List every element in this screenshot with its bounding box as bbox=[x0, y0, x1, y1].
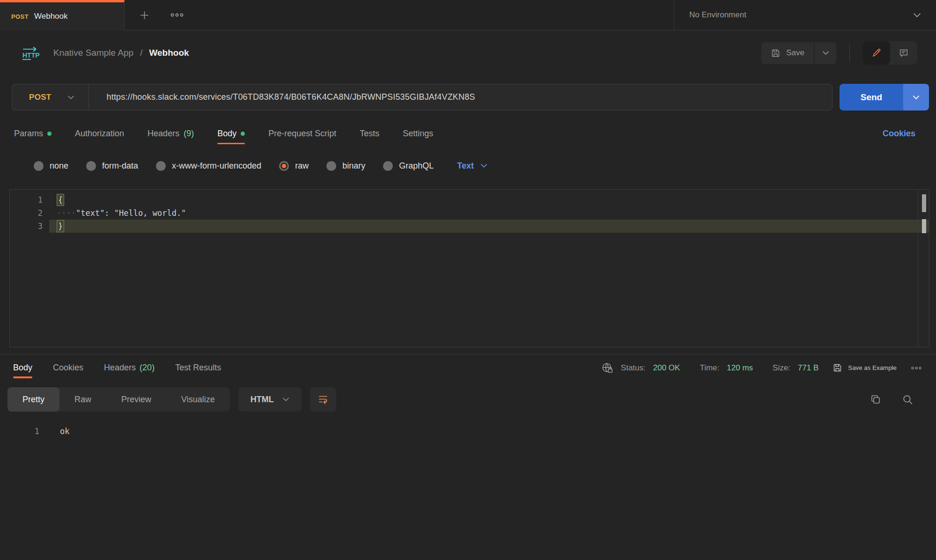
send-options-button[interactable] bbox=[903, 84, 929, 111]
scrollbar-mark bbox=[922, 219, 926, 233]
url-input[interactable]: https://hooks.slack.com/services/T06TD83… bbox=[89, 92, 475, 102]
save-split-button: Save bbox=[761, 42, 836, 64]
format-selector[interactable]: HTML bbox=[238, 387, 302, 412]
editor-line[interactable]: 2 ····"text": "Hello, world." bbox=[10, 206, 929, 220]
chevron-down-icon bbox=[67, 95, 74, 100]
body-indicator-dot bbox=[241, 132, 245, 136]
whitespace-dots: ···· bbox=[57, 208, 76, 218]
radio-form-data[interactable]: form-data bbox=[86, 161, 138, 171]
save-icon bbox=[771, 48, 781, 58]
response-text: ok bbox=[60, 425, 69, 438]
method-value: POST bbox=[29, 93, 52, 102]
plus-icon bbox=[139, 9, 150, 21]
view-mode-switch: Pretty Raw Preview Visualize bbox=[7, 387, 230, 412]
tab-options-button[interactable] bbox=[170, 13, 184, 17]
wrap-lines-button[interactable] bbox=[310, 387, 336, 412]
response-header: Body Cookies Headers (20) Test Results S… bbox=[0, 354, 936, 381]
edit-documentation-button[interactable] bbox=[863, 41, 890, 65]
radio-binary[interactable]: binary bbox=[326, 161, 365, 171]
request-url-row: POST https://hooks.slack.com/services/T0… bbox=[12, 84, 929, 111]
line-content: ····"text": "Hello, world." bbox=[49, 206, 929, 220]
view-raw[interactable]: Raw bbox=[59, 387, 106, 412]
view-pretty[interactable]: Pretty bbox=[7, 387, 59, 412]
search-icon bbox=[902, 394, 914, 405]
comments-button[interactable] bbox=[890, 41, 917, 65]
copy-response-button[interactable] bbox=[870, 394, 881, 405]
view-visualize[interactable]: Visualize bbox=[166, 387, 230, 412]
size-label: Size: bbox=[773, 363, 790, 373]
response-options-button[interactable] bbox=[911, 366, 922, 370]
environment-selector[interactable]: No Environment bbox=[674, 0, 936, 30]
tab-tests[interactable]: Tests bbox=[360, 123, 379, 144]
request-tabs: Params Authorization Headers (9) Body Pr… bbox=[14, 123, 433, 144]
response-headers-count: (20) bbox=[140, 363, 155, 373]
line-number: 1 bbox=[10, 193, 43, 206]
tab-method-badge: POST bbox=[11, 13, 29, 20]
radio-none[interactable]: none bbox=[34, 161, 68, 171]
status-value: 200 OK bbox=[653, 363, 680, 373]
tab-bar: POST Webhook No Environment bbox=[0, 0, 936, 30]
tab-body[interactable]: Body bbox=[217, 123, 245, 144]
breadcrumb-collection[interactable]: Knative Sample App bbox=[53, 48, 133, 58]
search-response-button[interactable] bbox=[902, 394, 914, 405]
environment-value: No Environment bbox=[689, 10, 746, 20]
breadcrumb: HTTP Knative Sample App / Webhook bbox=[21, 45, 189, 60]
save-button[interactable]: Save bbox=[761, 42, 814, 64]
wrap-text-icon bbox=[317, 394, 329, 405]
code-text: "text": "Hello, world." bbox=[76, 208, 186, 218]
radio-raw[interactable]: raw bbox=[279, 161, 309, 171]
response-tab-test-results[interactable]: Test Results bbox=[175, 354, 221, 381]
save-options-button[interactable] bbox=[815, 42, 836, 64]
vertical-divider bbox=[849, 44, 850, 62]
line-content: } bbox=[49, 220, 929, 233]
response-body-viewer[interactable]: 1 ok bbox=[0, 412, 936, 438]
editor-scrollbar[interactable] bbox=[918, 190, 929, 347]
network-globe-icon[interactable] bbox=[601, 362, 613, 374]
cookies-link[interactable]: Cookies bbox=[883, 129, 915, 139]
radio-x-www-form-urlencoded[interactable]: x-www-form-urlencoded bbox=[156, 161, 261, 171]
language-selector[interactable]: Text bbox=[457, 161, 487, 171]
send-button[interactable]: Send bbox=[840, 84, 903, 111]
edit-comment-group bbox=[863, 41, 917, 65]
radio-graphql[interactable]: GraphQL bbox=[383, 161, 434, 171]
tab-pre-request-script[interactable]: Pre-request Script bbox=[268, 123, 336, 144]
save-as-example-button[interactable]: Save as Example bbox=[833, 363, 897, 373]
radio-circle-selected bbox=[279, 161, 289, 171]
tab-params[interactable]: Params bbox=[14, 123, 52, 144]
size-value: 771 B bbox=[798, 363, 818, 373]
response-tab-cookies[interactable]: Cookies bbox=[53, 354, 83, 381]
bracket-match: { bbox=[57, 194, 64, 206]
response-toolbar: Pretty Raw Preview Visualize HTML bbox=[0, 387, 936, 412]
tab-authorization[interactable]: Authorization bbox=[75, 123, 124, 144]
request-tabs-row: Params Authorization Headers (9) Body Pr… bbox=[0, 123, 936, 144]
response-meta: Status: 200 OK Time: 120 ms Size: 771 B … bbox=[601, 362, 922, 374]
more-options-icon bbox=[911, 366, 922, 370]
header-actions: Save bbox=[761, 41, 917, 65]
view-preview[interactable]: Preview bbox=[106, 387, 166, 412]
tab-headers[interactable]: Headers (9) bbox=[147, 123, 194, 144]
breadcrumb-separator: / bbox=[140, 48, 142, 58]
line-content: { bbox=[49, 193, 929, 206]
save-label: Save bbox=[786, 48, 804, 58]
response-tabs: Body Cookies Headers (20) Test Results bbox=[13, 354, 221, 381]
editor-line[interactable]: 1 { bbox=[10, 193, 929, 206]
request-header-row: HTTP Knative Sample App / Webhook Save bbox=[0, 30, 936, 75]
radio-circle bbox=[34, 161, 44, 171]
new-tab-button[interactable] bbox=[139, 9, 150, 21]
line-number: 2 bbox=[10, 206, 43, 220]
tab-settings[interactable]: Settings bbox=[403, 123, 433, 144]
line-number: 1 bbox=[0, 425, 39, 438]
method-selector[interactable]: POST bbox=[12, 84, 88, 110]
more-options-icon bbox=[170, 13, 184, 17]
tab-title: Webhook bbox=[34, 12, 68, 21]
request-body-editor[interactable]: 1 { 2 ····"text": "Hello, world." 3 } bbox=[9, 189, 929, 347]
response-tab-headers[interactable]: Headers (20) bbox=[104, 354, 155, 381]
response-section: Body Cookies Headers (20) Test Results S… bbox=[0, 354, 936, 438]
params-indicator-dot bbox=[47, 132, 52, 136]
tab-strip bbox=[125, 0, 674, 30]
chevron-down-icon bbox=[822, 51, 829, 55]
editor-line-current[interactable]: 3 } bbox=[10, 220, 929, 233]
response-tab-body[interactable]: Body bbox=[13, 354, 32, 381]
headers-count: (9) bbox=[184, 129, 194, 139]
request-tab-active[interactable]: POST Webhook bbox=[0, 0, 125, 30]
